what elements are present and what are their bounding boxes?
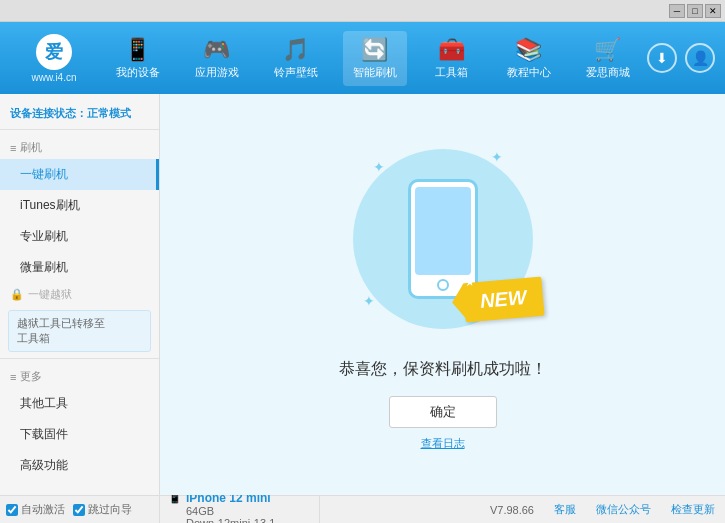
ringtones-icon: 🎵 bbox=[282, 37, 309, 63]
restore-button[interactable]: □ bbox=[687, 4, 703, 18]
sidebar-item-advanced[interactable]: 高级功能 bbox=[0, 450, 159, 481]
more-icon: ≡ bbox=[10, 371, 16, 383]
nav-bar: 📱 我的设备 🎮 应用游戏 🎵 铃声壁纸 🔄 智能刷机 🧰 工具箱 📚 教程中心… bbox=[98, 31, 647, 86]
customer-service-link[interactable]: 客服 bbox=[554, 502, 576, 517]
toolbox-label: 工具箱 bbox=[435, 65, 468, 80]
ringtones-label: 铃声壁纸 bbox=[274, 65, 318, 80]
sidebar-item-pro-flash[interactable]: 专业刷机 bbox=[0, 221, 159, 252]
help-link[interactable]: 查看日志 bbox=[421, 436, 465, 451]
store-icon: 🛒 bbox=[594, 37, 621, 63]
header: 爱 www.i4.cn 📱 我的设备 🎮 应用游戏 🎵 铃声壁纸 🔄 智能刷机 … bbox=[0, 22, 725, 94]
bottom-bar: 自动激活 跳过向导 📱 iPhone 12 mini 64GB Down-12m… bbox=[0, 495, 725, 523]
smart-flash-label: 智能刷机 bbox=[353, 65, 397, 80]
sidebar-item-other-tools[interactable]: 其他工具 bbox=[0, 388, 159, 419]
section-more: ≡ 更多 bbox=[0, 365, 159, 388]
sidebar-item-itunes-flash[interactable]: iTunes刷机 bbox=[0, 190, 159, 221]
auto-activate-checkbox[interactable]: 自动激活 bbox=[6, 502, 65, 517]
nav-store[interactable]: 🛒 爱思商城 bbox=[576, 31, 640, 86]
wechat-link[interactable]: 微信公众号 bbox=[596, 502, 651, 517]
device-storage: 64GB bbox=[168, 505, 311, 517]
skip-wizard-input[interactable] bbox=[73, 504, 85, 516]
nav-smart-flash[interactable]: 🔄 智能刷机 bbox=[343, 31, 407, 86]
main-area: 设备连接状态：正常模式 ≡ 刷机 一键刷机 iTunes刷机 专业刷机 微量刷机… bbox=[0, 94, 725, 495]
sidebar-item-save-flash[interactable]: 微量刷机 bbox=[0, 252, 159, 283]
sidebar-item-download-firmware[interactable]: 下载固件 bbox=[0, 419, 159, 450]
bottom-right: V7.98.66 客服 微信公众号 检查更新 bbox=[320, 496, 725, 523]
window-controls: ─ □ ✕ bbox=[669, 4, 721, 18]
version-label: V7.98.66 bbox=[490, 504, 534, 516]
new-badge: NEW bbox=[462, 276, 544, 322]
section-flash-icon: ≡ bbox=[10, 142, 16, 154]
star-1: ✦ bbox=[373, 159, 385, 175]
logo-area: 爱 www.i4.cn bbox=[10, 34, 98, 83]
tutorials-label: 教程中心 bbox=[507, 65, 551, 80]
skip-wizard-checkbox[interactable]: 跳过向导 bbox=[73, 502, 132, 517]
bottom-left: 自动激活 跳过向导 bbox=[0, 496, 160, 523]
nav-ringtones[interactable]: 🎵 铃声壁纸 bbox=[264, 31, 328, 86]
nav-apps-games[interactable]: 🎮 应用游戏 bbox=[185, 31, 249, 86]
star-3: ✦ bbox=[363, 293, 375, 309]
section-flash-label: 刷机 bbox=[20, 140, 42, 155]
bottom-device-info: 📱 iPhone 12 mini 64GB Down-12mini-13,1 bbox=[160, 496, 320, 523]
close-button[interactable]: ✕ bbox=[705, 4, 721, 18]
star-2: ✦ bbox=[491, 149, 503, 165]
logo-icon: 爱 bbox=[36, 34, 72, 70]
my-device-icon: 📱 bbox=[124, 37, 151, 63]
device-status-value: 正常模式 bbox=[87, 107, 131, 119]
device-status: 设备连接状态：正常模式 bbox=[0, 102, 159, 130]
my-device-label: 我的设备 bbox=[116, 65, 160, 80]
apps-label: 应用游戏 bbox=[195, 65, 239, 80]
phone-home-button bbox=[437, 279, 449, 291]
minimize-button[interactable]: ─ bbox=[669, 4, 685, 18]
store-label: 爱思商城 bbox=[586, 65, 630, 80]
section-jailbreak: 🔒 一键越狱 bbox=[0, 283, 159, 306]
tutorials-icon: 📚 bbox=[515, 37, 542, 63]
device-status-label: 设备连接状态： bbox=[10, 107, 87, 119]
nav-my-device[interactable]: 📱 我的设备 bbox=[106, 31, 170, 86]
check-update-link[interactable]: 检查更新 bbox=[671, 502, 715, 517]
content-area: ✦ ✦ ✦ NEW 恭喜您，保资料刷机成功啦！ 确定 查看日志 bbox=[160, 94, 725, 495]
phone-screen bbox=[415, 187, 471, 275]
sidebar-divider bbox=[0, 358, 159, 359]
smart-flash-icon: 🔄 bbox=[361, 37, 388, 63]
lock-icon: 🔒 bbox=[10, 288, 24, 301]
toolbox-icon: 🧰 bbox=[438, 37, 465, 63]
phone-illustration: ✦ ✦ ✦ NEW bbox=[343, 139, 543, 339]
bottom-section: 自动激活 跳过向导 📱 iPhone 12 mini 64GB Down-12m… bbox=[0, 495, 725, 523]
apps-icon: 🎮 bbox=[203, 37, 230, 63]
confirm-button[interactable]: 确定 bbox=[389, 396, 497, 428]
nav-toolbox[interactable]: 🧰 工具箱 bbox=[422, 31, 482, 86]
sidebar: 设备连接状态：正常模式 ≡ 刷机 一键刷机 iTunes刷机 专业刷机 微量刷机… bbox=[0, 94, 160, 495]
sidebar-item-one-click-flash[interactable]: 一键刷机 bbox=[0, 159, 159, 190]
download-button[interactable]: ⬇ bbox=[647, 43, 677, 73]
section-flash: ≡ 刷机 bbox=[0, 136, 159, 159]
skip-wizard-label: 跳过向导 bbox=[88, 502, 132, 517]
auto-activate-input[interactable] bbox=[6, 504, 18, 516]
section-jailbreak-label: 一键越狱 bbox=[28, 287, 72, 302]
checkboxes-area: 自动激活 跳过向导 bbox=[6, 502, 153, 517]
jailbreak-notice: 越狱工具已转移至工具箱 bbox=[8, 310, 151, 352]
success-message: 恭喜您，保资料刷机成功啦！ bbox=[339, 359, 547, 380]
section-more-label: 更多 bbox=[20, 369, 42, 384]
user-button[interactable]: 👤 bbox=[685, 43, 715, 73]
title-bar: ─ □ ✕ bbox=[0, 0, 725, 22]
header-right: ⬇ 👤 bbox=[647, 43, 715, 73]
nav-tutorials[interactable]: 📚 教程中心 bbox=[497, 31, 561, 86]
logo-url: www.i4.cn bbox=[31, 72, 76, 83]
auto-activate-label: 自动激活 bbox=[21, 502, 65, 517]
